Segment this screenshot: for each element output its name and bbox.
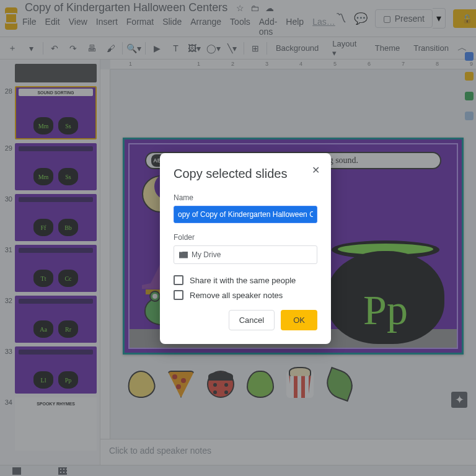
copy-slides-dialog: ✕ Copy selected slides Name Folder My Dr… <box>160 153 331 344</box>
dialog-title: Copy selected slides <box>174 167 317 181</box>
folder-label: Folder <box>174 233 317 242</box>
name-input[interactable] <box>174 206 317 223</box>
dialog-close-icon[interactable]: ✕ <box>312 164 320 176</box>
ok-button[interactable]: OK <box>281 310 317 330</box>
checkbox-icon <box>174 290 183 300</box>
folder-value: My Drive <box>192 250 221 259</box>
folder-picker[interactable]: My Drive <box>174 245 317 264</box>
folder-icon <box>179 252 188 258</box>
share-same-people-checkbox[interactable]: Share it with the same people <box>174 275 317 285</box>
checkbox-icon <box>174 275 183 285</box>
name-label: Name <box>174 193 317 202</box>
cancel-button[interactable]: Cancel <box>229 310 275 330</box>
remove-notes-checkbox[interactable]: Remove all speaker notes <box>174 290 317 300</box>
app-root: Copy of Kindergarten Halloween Centers ☆… <box>0 0 476 476</box>
